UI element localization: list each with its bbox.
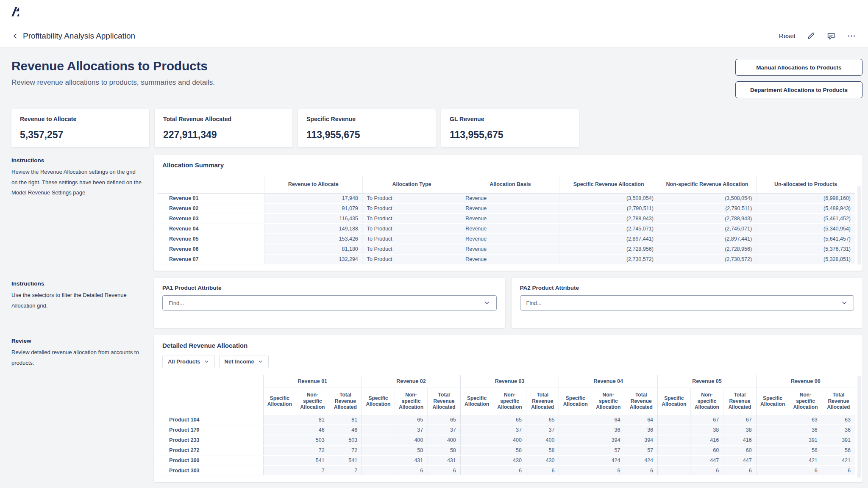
summary-row-label[interactable]: Revenue 06 — [157, 244, 264, 254]
detail-cell[interactable]: 58 — [428, 445, 461, 455]
summary-cell[interactable]: Revenue — [461, 193, 559, 203]
summary-cell[interactable]: (2,788,943) — [658, 214, 756, 224]
summary-cell[interactable]: (2,728,956) — [559, 244, 658, 254]
detail-cell[interactable]: 391 — [789, 435, 822, 445]
edit-pencil-icon[interactable] — [807, 31, 815, 40]
detail-cell[interactable] — [362, 445, 395, 455]
summary-cell[interactable]: 17,948 — [264, 193, 362, 203]
detail-cell[interactable]: 46 — [296, 425, 329, 435]
detail-table-scrollbar[interactable] — [857, 376, 861, 478]
summary-cell[interactable]: (2,745,071) — [559, 224, 658, 234]
summary-cell[interactable]: Revenue — [461, 224, 559, 234]
detail-cell[interactable]: 400 — [395, 435, 428, 445]
detail-cell[interactable]: 37 — [395, 425, 428, 435]
detail-row-label[interactable]: Product 300 — [157, 455, 263, 466]
summary-row-label[interactable]: Revenue 05 — [157, 234, 264, 244]
detail-cell[interactable]: 6 — [592, 466, 625, 476]
detail-cell[interactable]: 36 — [592, 425, 625, 435]
detail-cell[interactable]: 38 — [690, 425, 723, 435]
detail-cell[interactable]: 503 — [296, 435, 329, 445]
detail-cell[interactable]: 503 — [329, 435, 362, 445]
detail-cell[interactable]: 67 — [723, 415, 757, 425]
detail-cell[interactable]: 65 — [428, 415, 461, 425]
summary-row-label[interactable]: Revenue 07 — [157, 254, 264, 264]
detail-cell[interactable]: 65 — [493, 415, 526, 425]
summary-cell[interactable]: 81,180 — [264, 244, 362, 254]
detail-cell[interactable]: 6 — [789, 466, 822, 476]
back-chevron-icon[interactable] — [12, 33, 19, 39]
summary-cell[interactable]: (3,508,054) — [658, 193, 756, 203]
summary-row-label[interactable]: Revenue 03 — [157, 214, 264, 224]
detail-cell[interactable]: 64 — [625, 415, 658, 425]
summary-cell[interactable]: To Product — [362, 193, 461, 203]
detail-cell[interactable]: 421 — [822, 455, 855, 466]
detail-cell[interactable]: 424 — [625, 455, 658, 466]
summary-cell[interactable]: (5,489,943) — [757, 203, 855, 214]
detail-cell[interactable]: 56 — [789, 445, 822, 455]
detail-cell[interactable]: 64 — [592, 415, 625, 425]
detail-cell[interactable]: 56 — [822, 445, 855, 455]
summary-cell[interactable]: (5,461,452) — [757, 214, 855, 224]
detail-cell[interactable]: 430 — [493, 455, 526, 466]
detail-cell[interactable]: 431 — [428, 455, 461, 466]
summary-cell[interactable]: (6,998,160) — [757, 193, 855, 203]
summary-cell[interactable]: To Product — [362, 224, 461, 234]
detail-cell[interactable] — [362, 466, 395, 476]
detail-cell[interactable]: 421 — [789, 455, 822, 466]
all-products-filter-chip[interactable]: All Products — [162, 355, 215, 368]
reset-button[interactable]: Reset — [779, 32, 796, 39]
pa1-select[interactable] — [162, 295, 497, 311]
detail-cell[interactable] — [460, 425, 493, 435]
detail-cell[interactable] — [362, 455, 395, 466]
detail-cell[interactable] — [460, 466, 493, 476]
detail-cell[interactable] — [460, 445, 493, 455]
anaplan-logo-icon[interactable] — [10, 6, 21, 17]
detail-cell[interactable] — [658, 425, 691, 435]
summary-cell[interactable]: (5,340,954) — [757, 224, 855, 234]
detail-row-label[interactable]: Product 233 — [157, 435, 263, 445]
summary-cell[interactable]: (2,730,572) — [559, 254, 658, 264]
detail-cell[interactable] — [658, 415, 691, 425]
detail-cell[interactable]: 63 — [822, 415, 855, 425]
summary-cell[interactable]: (2,790,511) — [658, 203, 756, 214]
summary-cell[interactable]: To Product — [362, 244, 461, 254]
detail-cell[interactable]: 7 — [329, 466, 362, 476]
detail-cell[interactable] — [559, 435, 592, 445]
detail-cell[interactable] — [658, 435, 691, 445]
summary-cell[interactable]: To Product — [362, 234, 461, 244]
detail-cell[interactable] — [460, 455, 493, 466]
summary-cell[interactable]: Revenue — [461, 234, 559, 244]
detail-cell[interactable]: 424 — [592, 455, 625, 466]
detail-cell[interactable]: 447 — [723, 455, 757, 466]
detail-cell[interactable]: 541 — [296, 455, 329, 466]
detail-cell[interactable]: 46 — [329, 425, 362, 435]
detail-cell[interactable] — [658, 445, 691, 455]
detail-cell[interactable]: 447 — [690, 455, 723, 466]
detail-cell[interactable]: 65 — [395, 415, 428, 425]
detail-cell[interactable]: 65 — [526, 415, 559, 425]
summary-cell[interactable]: To Product — [362, 254, 461, 264]
detail-cell[interactable]: 37 — [428, 425, 461, 435]
detail-cell[interactable] — [756, 425, 789, 435]
detail-cell[interactable] — [263, 445, 296, 455]
detail-cell[interactable] — [559, 466, 592, 476]
detail-cell[interactable]: 6 — [625, 466, 658, 476]
detail-cell[interactable] — [362, 415, 395, 425]
summary-cell[interactable]: (3,508,054) — [559, 193, 658, 203]
detail-cell[interactable] — [756, 466, 789, 476]
summary-cell[interactable]: 132,294 — [264, 254, 362, 264]
detail-cell[interactable]: 6 — [493, 466, 526, 476]
detail-cell[interactable]: 36 — [625, 425, 658, 435]
detail-cell[interactable]: 6 — [428, 466, 461, 476]
detail-cell[interactable] — [658, 466, 691, 476]
summary-cell[interactable]: (5,641,457) — [757, 234, 855, 244]
detail-cell[interactable]: 60 — [723, 445, 757, 455]
summary-cell[interactable]: Revenue — [461, 244, 559, 254]
detail-cell[interactable] — [559, 455, 592, 466]
detail-cell[interactable]: 400 — [493, 435, 526, 445]
detail-cell[interactable]: 416 — [690, 435, 723, 445]
detail-cell[interactable]: 57 — [592, 445, 625, 455]
detail-cell[interactable]: 60 — [690, 445, 723, 455]
detail-cell[interactable]: 6 — [822, 466, 855, 476]
detail-cell[interactable]: 36 — [822, 425, 855, 435]
